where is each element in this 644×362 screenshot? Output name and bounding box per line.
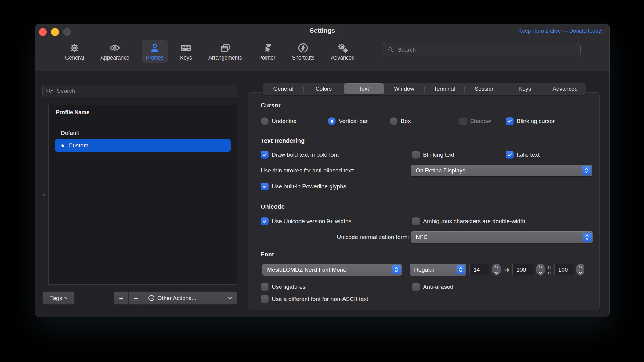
- section-title-unicode: Unicode: [261, 203, 592, 211]
- horizontal-spacing-field[interactable]: [512, 264, 534, 275]
- vertical-spacing-field[interactable]: [554, 264, 574, 275]
- text-tab-content: Cursor Underline Vertical bar Box Shadow: [248, 93, 599, 310]
- checkbox-control[interactable]: [412, 283, 420, 291]
- thin-strokes-label: Use thin strokes for anti-aliased text:: [261, 167, 354, 174]
- thin-strokes-select[interactable]: On Retina Displays: [411, 165, 592, 176]
- toolbar-item-label: Advanced: [331, 55, 355, 61]
- stepper-down[interactable]: [536, 270, 545, 276]
- toolbar-item-appearance[interactable]: Appearance: [96, 40, 133, 63]
- stepper-down[interactable]: [576, 270, 584, 276]
- profile-row-default[interactable]: Default: [49, 127, 237, 139]
- gears-icon: [337, 42, 349, 54]
- font-size-input[interactable]: [470, 266, 489, 273]
- sidebar-handle-dot: [43, 194, 45, 196]
- radio-box[interactable]: Box: [390, 116, 411, 126]
- toolbar-search-field[interactable]: [383, 43, 581, 56]
- checkbox-control[interactable]: [261, 151, 269, 159]
- toolbar-item-keys[interactable]: Keys: [176, 40, 196, 63]
- section-title-text-rendering: Text Rendering: [261, 137, 592, 145]
- profile-row-custom[interactable]: ★ Custom: [55, 139, 231, 152]
- toolbar-search-input[interactable]: [397, 46, 576, 53]
- checkbox-powerline[interactable]: Use built-in Powerline glyphs: [261, 182, 346, 191]
- checkbox-control[interactable]: [412, 151, 420, 159]
- other-actions-button[interactable]: Other Actions...: [143, 292, 237, 304]
- font-size-stepper[interactable]: [492, 264, 501, 276]
- check-icon: [507, 118, 512, 124]
- star-icon: ★: [60, 142, 65, 149]
- toolbar: General Appearance Profiles: [61, 40, 359, 69]
- toolbar-item-profiles[interactable]: Profiles: [142, 40, 168, 63]
- profile-search-input[interactable]: [56, 87, 234, 95]
- section-title-font: Font: [261, 250, 592, 258]
- pointer-icon: [261, 42, 273, 54]
- radio-vertical-bar[interactable]: Vertical bar: [328, 116, 368, 126]
- profile-actions-control: + − Other Actions...: [114, 291, 237, 305]
- vertical-spacing-icon: nn: [547, 265, 552, 275]
- checkbox-ligatures[interactable]: Use ligatures: [261, 282, 306, 291]
- eye-icon: [109, 42, 121, 54]
- horizontal-spacing-stepper[interactable]: [536, 264, 545, 276]
- font-style-select[interactable]: Regular: [410, 264, 466, 276]
- stepper-up[interactable]: [492, 264, 501, 270]
- vertical-spacing-stepper[interactable]: [576, 264, 584, 276]
- toolbar-item-label: General: [65, 55, 84, 61]
- stepper-down[interactable]: [492, 270, 501, 276]
- titlebar: Settings Keep iTerm2 alive — Donate toda…: [35, 24, 609, 71]
- checkbox-control[interactable]: [412, 217, 420, 225]
- settings-window: Settings Keep iTerm2 alive — Donate toda…: [35, 24, 610, 317]
- checkbox-ambiguous-width[interactable]: Ambiguous characters are double-width: [412, 217, 525, 226]
- section-title-cursor: Cursor: [261, 101, 592, 109]
- popup-chevrons-icon: [582, 166, 591, 175]
- checkbox-control[interactable]: [506, 117, 514, 125]
- font-family-select[interactable]: MesloLGMDZ Nerd Font Mono: [262, 264, 402, 276]
- toolbar-item-arrangements[interactable]: Arrangements: [204, 40, 246, 63]
- other-actions-label: Other Actions...: [157, 295, 196, 302]
- person-icon: [149, 42, 161, 54]
- radio-control[interactable]: [390, 117, 398, 125]
- checkbox-unicode9[interactable]: Use Unicode version 9+ widths: [261, 217, 351, 226]
- stepper-up[interactable]: [576, 264, 584, 270]
- check-icon: [262, 152, 267, 157]
- checkbox-control[interactable]: [506, 151, 514, 159]
- popup-chevrons-icon: [392, 265, 401, 274]
- remove-profile-button[interactable]: −: [128, 292, 143, 304]
- horizontal-spacing-input[interactable]: [513, 266, 534, 273]
- search-filter-icon: [46, 88, 54, 94]
- stepper-up[interactable]: [536, 264, 545, 270]
- normalization-label: Unicode normalization form:: [337, 234, 409, 241]
- font-size-field[interactable]: [469, 264, 489, 275]
- checkbox-control: [459, 117, 467, 125]
- checkbox-control[interactable]: [261, 295, 269, 303]
- checkbox-control[interactable]: [261, 283, 269, 291]
- checkbox-shadow[interactable]: Shadow: [459, 116, 491, 126]
- toolbar-item-advanced[interactable]: Advanced: [327, 40, 359, 63]
- toolbar-item-general[interactable]: General: [61, 40, 88, 63]
- toolbar-item-label: Shortcuts: [292, 55, 314, 61]
- checkbox-control[interactable]: [261, 217, 269, 225]
- radio-control[interactable]: [328, 117, 336, 125]
- toolbar-item-label: Keys: [180, 55, 192, 61]
- checkbox-control[interactable]: [261, 183, 269, 190]
- toolbar-item-shortcuts[interactable]: Shortcuts: [288, 40, 318, 63]
- vertical-spacing-input[interactable]: [555, 266, 574, 273]
- radio-underline[interactable]: Underline: [261, 116, 296, 126]
- toolbar-item-pointer[interactable]: Pointer: [255, 40, 279, 63]
- windows-icon: [219, 42, 231, 54]
- chevron-down-icon: [228, 297, 233, 300]
- checkbox-draw-bold[interactable]: Draw bold text in bold font: [261, 150, 339, 159]
- radio-control[interactable]: [261, 117, 269, 125]
- popup-chevrons-icon: [583, 233, 592, 242]
- normalization-select[interactable]: NFC: [411, 231, 593, 243]
- profile-search-field[interactable]: [42, 85, 237, 97]
- toolbar-item-label: Profiles: [146, 55, 164, 61]
- donate-link[interactable]: Keep iTerm2 alive — Donate today!: [519, 28, 602, 34]
- checkbox-blinking-cursor[interactable]: Blinking cursor: [506, 116, 555, 126]
- profiles-list: Profile Name Default ★ Custom: [48, 105, 237, 285]
- checkbox-blinking-text[interactable]: Blinking text: [412, 150, 454, 159]
- tags-button[interactable]: Tags >: [42, 291, 75, 305]
- add-profile-button[interactable]: +: [114, 292, 128, 304]
- checkbox-italic-text[interactable]: Italic text: [506, 150, 540, 159]
- checkbox-antialiased[interactable]: Anti-aliased: [412, 282, 453, 291]
- checkbox-non-ascii-font[interactable]: Use a different font for non-ASCII text: [261, 295, 368, 304]
- lightning-circle-icon: [297, 42, 309, 54]
